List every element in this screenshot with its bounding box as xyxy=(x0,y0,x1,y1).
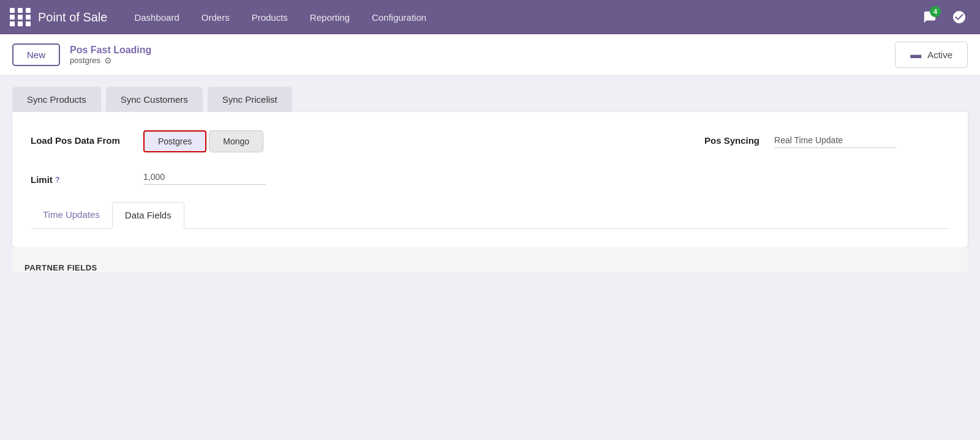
tab-data-fields[interactable]: Data Fields xyxy=(112,202,184,229)
limit-hint-icon[interactable]: ? xyxy=(55,175,60,184)
active-icon: ▬ xyxy=(910,48,921,61)
toolbar: New Pos Fast Loading postgres ⚙ ▬ Active xyxy=(0,34,980,76)
nav-dashboard[interactable]: Dashboard xyxy=(126,7,187,28)
partner-section: PARTNER FIELDS xyxy=(12,247,968,273)
topnav: Point of Sale Dashboard Orders Products … xyxy=(0,0,980,34)
breadcrumb-sub-text: postgres xyxy=(70,56,100,65)
partner-fields-title: PARTNER FIELDS xyxy=(24,263,97,272)
new-button[interactable]: New xyxy=(12,43,60,66)
active-status-button[interactable]: ▬ Active xyxy=(895,42,968,68)
notif-count: 4 xyxy=(930,6,941,17)
limit-row: Limit ? xyxy=(31,170,949,185)
notifications-button[interactable]: 4 xyxy=(919,6,941,28)
nav-reporting[interactable]: Reporting xyxy=(301,7,358,28)
inner-tabs: Time Updates Data Fields xyxy=(31,202,949,229)
tab-time-updates[interactable]: Time Updates xyxy=(31,202,112,228)
pos-syncing-value: Real Time Update xyxy=(774,130,897,148)
load-pos-label: Load Pos Data From xyxy=(31,130,129,146)
breadcrumb-sub: postgres ⚙ xyxy=(70,56,151,65)
nav-links: Dashboard Orders Products Reporting Conf… xyxy=(126,7,919,28)
sync-products-button[interactable]: Sync Products xyxy=(12,87,101,112)
pos-syncing-label: Pos Syncing xyxy=(704,130,760,146)
user-menu-button[interactable] xyxy=(948,6,970,28)
apps-grid-icon[interactable] xyxy=(10,8,32,26)
topnav-right: 4 xyxy=(919,6,970,28)
sync-customers-button[interactable]: Sync Customers xyxy=(106,87,203,112)
brand-label: Point of Sale xyxy=(38,10,107,24)
mongo-button[interactable]: Mongo xyxy=(209,130,263,152)
sync-pricelist-button[interactable]: Sync Pricelist xyxy=(208,87,292,112)
postgres-button[interactable]: Postgres xyxy=(143,130,206,152)
nav-products[interactable]: Products xyxy=(243,7,296,28)
main-content: Load Pos Data From Postgres Mongo Pos Sy… xyxy=(12,112,968,247)
toolbar-right: ▬ Active xyxy=(895,42,968,68)
nav-orders[interactable]: Orders xyxy=(193,7,238,28)
gear-icon[interactable]: ⚙ xyxy=(104,56,112,65)
pos-syncing-area: Pos Syncing Real Time Update xyxy=(704,130,949,148)
load-pos-options: Postgres Mongo xyxy=(143,130,263,152)
breadcrumb: Pos Fast Loading postgres ⚙ xyxy=(70,45,151,65)
record-title: Pos Fast Loading xyxy=(70,45,151,56)
active-label: Active xyxy=(927,50,952,60)
load-pos-row: Load Pos Data From Postgres Mongo Pos Sy… xyxy=(31,130,949,152)
limit-input[interactable] xyxy=(143,170,266,185)
limit-label: Limit ? xyxy=(31,170,129,185)
sync-bar: Sync Products Sync Customers Sync Pricel… xyxy=(0,76,980,112)
nav-configuration[interactable]: Configuration xyxy=(363,7,435,28)
